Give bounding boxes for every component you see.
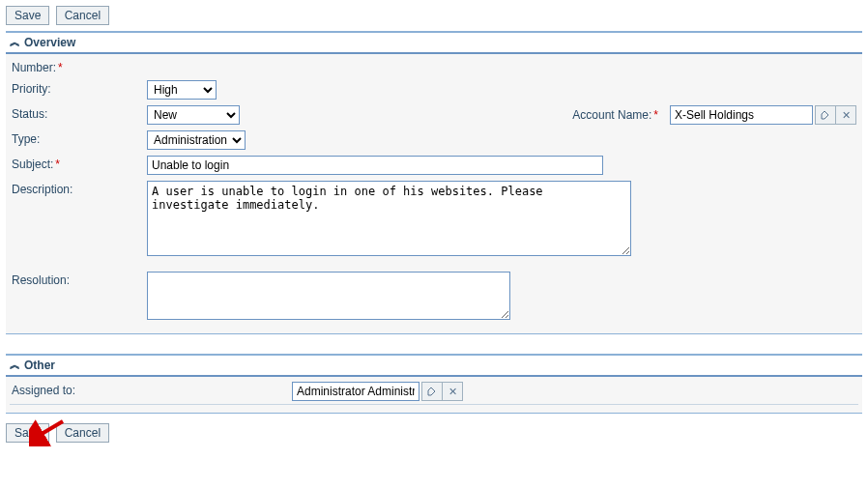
lookup-select-icon[interactable]: [815, 105, 836, 125]
description-label: Description:: [12, 181, 147, 196]
lookup-clear-icon[interactable]: ✕: [442, 382, 463, 401]
assigned-to-label: Assigned to:: [12, 382, 292, 397]
subject-label: Subject:*: [12, 156, 147, 171]
subject-input[interactable]: [147, 156, 603, 175]
description-textarea[interactable]: [147, 181, 631, 256]
resolution-textarea[interactable]: [147, 272, 510, 320]
status-label: Status:: [12, 105, 147, 121]
status-select[interactable]: New: [147, 105, 240, 125]
overview-title: Overview: [24, 36, 75, 49]
top-toolbar: Save Cancel: [6, 6, 862, 25]
priority-select[interactable]: High: [147, 80, 217, 100]
account-name-label: Account Name:*: [572, 108, 658, 122]
cancel-button-bottom[interactable]: Cancel: [56, 423, 109, 443]
bottom-toolbar: Save Cancel: [6, 423, 862, 443]
chevron-up-icon: ︽: [10, 37, 20, 47]
overview-section: ︽ Overview Number:* Priority: High Statu…: [6, 31, 862, 334]
other-header[interactable]: ︽ Other: [6, 356, 862, 377]
overview-header[interactable]: ︽ Overview: [6, 33, 862, 54]
save-button[interactable]: Save: [6, 6, 49, 25]
chevron-up-icon: ︽: [10, 359, 20, 370]
lookup-select-icon[interactable]: [421, 382, 443, 401]
type-label: Type:: [12, 130, 147, 146]
save-button-bottom[interactable]: Save: [6, 423, 49, 443]
number-label: Number:*: [12, 59, 147, 74]
account-name-input[interactable]: [670, 105, 813, 125]
priority-label: Priority:: [12, 80, 147, 96]
type-select[interactable]: Administration: [147, 130, 246, 150]
lookup-clear-icon[interactable]: ✕: [835, 105, 856, 125]
resolution-label: Resolution:: [12, 272, 147, 287]
other-section: ︽ Other Assigned to: ✕: [6, 354, 862, 414]
cancel-button[interactable]: Cancel: [56, 6, 109, 25]
other-title: Other: [24, 359, 55, 372]
assigned-to-input[interactable]: [292, 382, 420, 401]
